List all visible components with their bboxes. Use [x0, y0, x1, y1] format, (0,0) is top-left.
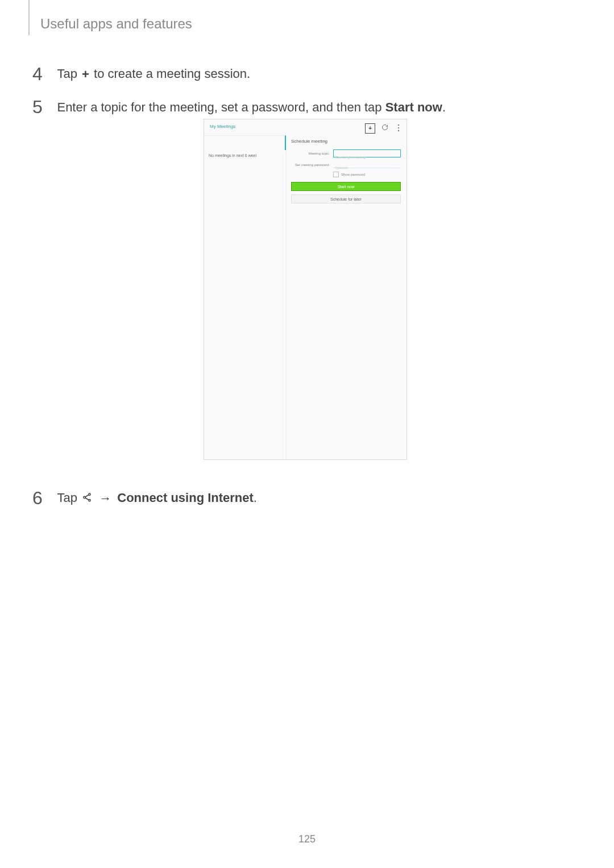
step-4: 4 Tap + to create a meeting session.	[32, 64, 250, 85]
plus-icon: +	[82, 67, 89, 82]
title-bar: My Meetings +	[204, 119, 406, 135]
step-6: 6 Tap → Connect using Internet.	[32, 488, 257, 509]
section-header: Useful apps and features	[40, 16, 192, 32]
svg-point-5	[89, 500, 90, 501]
step-text: Tap → Connect using Internet.	[57, 491, 257, 505]
step-text: Enter a topic for the meeting, set a pas…	[57, 100, 446, 114]
meeting-topic-row: Meeting topic: Samsung's meeting	[291, 149, 401, 157]
bold-text: Connect using Internet	[117, 491, 254, 505]
meeting-password-input[interactable]: Optional	[333, 161, 401, 168]
meeting-topic-input[interactable]: Samsung's meeting	[333, 149, 401, 157]
step-5: 5 Enter a topic for the meeting, set a p…	[32, 97, 446, 118]
text: to create a meeting session.	[90, 67, 250, 81]
app-screenshot: My Meetings + No meetings in next 6 weel…	[204, 119, 407, 460]
show-password-row: Show password	[333, 172, 401, 177]
header-rule	[28, 0, 30, 35]
app-title: My Meetings	[210, 124, 235, 129]
sidebar-active-tab[interactable]	[204, 135, 286, 150]
bold-text: Start now	[385, 100, 442, 114]
placeholder-text: Samsung's meeting	[335, 156, 366, 159]
title-bar-actions: +	[363, 123, 403, 134]
text: Tap	[57, 491, 81, 505]
share-icon	[82, 491, 92, 506]
meetings-sidebar: No meetings in next 6 weel	[204, 135, 287, 459]
text: Enter a topic for the meeting, set a pas…	[57, 100, 385, 114]
page-number: 125	[0, 833, 614, 845]
start-now-button[interactable]: Start now	[291, 182, 401, 191]
svg-line-6	[85, 495, 89, 497]
placeholder-text: Optional	[335, 166, 347, 169]
svg-line-7	[85, 498, 89, 500]
step-number: 6	[32, 488, 43, 509]
panel-title: Schedule meeting	[291, 139, 401, 144]
svg-point-0	[398, 124, 399, 126]
svg-point-2	[398, 130, 399, 131]
text: .	[254, 491, 257, 505]
refresh-icon[interactable]	[380, 124, 389, 133]
svg-point-1	[398, 127, 399, 128]
svg-point-4	[84, 496, 85, 498]
step-text: Tap + to create a meeting session.	[57, 67, 250, 81]
add-meeting-button[interactable]: +	[365, 123, 375, 134]
no-meetings-message: No meetings in next 6 weel	[204, 150, 286, 157]
show-password-checkbox[interactable]	[333, 172, 339, 177]
show-password-label: Show password	[341, 173, 365, 176]
meeting-topic-label: Meeting topic:	[291, 152, 333, 155]
page: Useful apps and features 4 Tap + to crea…	[0, 0, 614, 868]
meeting-password-label: Set meeting password:	[291, 163, 333, 167]
schedule-panel: Schedule meeting Meeting topic: Samsung'…	[287, 135, 406, 207]
step-number: 5	[32, 97, 43, 118]
text: .	[442, 100, 446, 114]
schedule-later-button[interactable]: Schedule for later	[291, 194, 401, 203]
svg-point-3	[89, 493, 90, 495]
more-options-icon[interactable]	[394, 124, 403, 133]
step-number: 4	[32, 64, 43, 85]
text: Tap	[57, 67, 81, 81]
arrow-icon: →	[99, 491, 111, 506]
meeting-password-row: Set meeting password: Optional	[291, 161, 401, 168]
